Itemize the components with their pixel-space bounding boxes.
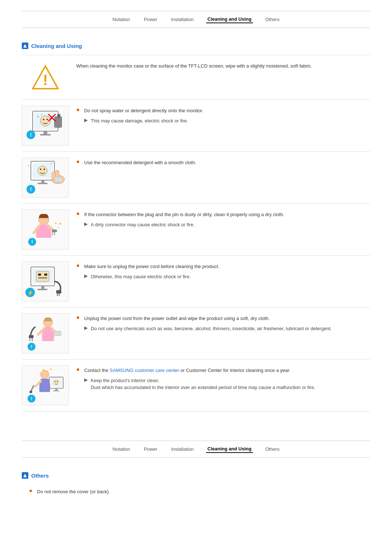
bullet-3: ●: [76, 210, 81, 217]
svg-text:✦: ✦: [49, 368, 52, 371]
item-2-row: ✦ ✦ ! ● Use the recommended detergent wi…: [22, 152, 370, 204]
arrow-4: ▶: [84, 273, 89, 279]
svg-text:!: !: [32, 239, 33, 244]
arrow-3: ▶: [84, 221, 89, 227]
section1-title: Cleaning and Using: [31, 43, 82, 49]
arrow-1: ▶: [84, 117, 89, 123]
nav-cleaning[interactable]: Cleaning and Using: [206, 16, 253, 23]
svg-marker-1: [24, 47, 26, 48]
others-main-1: ● Do not remove the cover (or back).: [29, 488, 370, 495]
svg-rect-12: [57, 114, 60, 118]
svg-rect-29: [41, 180, 44, 183]
item-5-sub-text: Do not use any chemicals such as wax, be…: [91, 325, 332, 332]
svg-point-26: [44, 169, 45, 170]
svg-rect-61: [29, 335, 34, 338]
item-5-sub: ▶ Do not use any chemicals such as wax, …: [84, 325, 370, 332]
bottom-nav-installation[interactable]: Installation: [170, 446, 195, 453]
svg-text:!: !: [43, 72, 48, 88]
bottom-nav-others[interactable]: Others: [264, 446, 281, 453]
samsung-link[interactable]: SAMSUNG customer care center: [110, 368, 179, 373]
svg-rect-10: [40, 134, 51, 135]
svg-text:✦: ✦: [54, 222, 57, 225]
item-3-illustration: ✦ ✦ ✦ !: [22, 210, 69, 250]
item-4-row: ⚡ ● Make sure to unplug the power cord b…: [22, 256, 370, 308]
bullet-6: ●: [76, 366, 81, 373]
svg-rect-79: [55, 388, 57, 390]
svg-text:✦: ✦: [50, 162, 53, 166]
svg-rect-34: [54, 177, 62, 182]
item-2-main-text: Use the recommended detergent with a smo…: [84, 159, 196, 166]
svg-point-7: [43, 119, 44, 120]
item-6-row: ✦ ✦ ✦ ! ● Contact the SAMSUNG customer c…: [22, 360, 370, 412]
item-4-main: ● Make sure to unplug the power cord bef…: [76, 263, 370, 270]
item-1-sub: ▶ This may cause damage, electric shock …: [84, 117, 370, 125]
svg-rect-50: [36, 271, 49, 281]
svg-rect-56: [56, 290, 61, 293]
item-1-main-text: Do not spray water or detergent directly…: [84, 107, 203, 114]
nav-installation[interactable]: Installation: [170, 16, 195, 23]
warning-text-block: When cleaning the monitor case or the su…: [76, 61, 370, 70]
svg-rect-33: [56, 170, 59, 178]
svg-text:✦: ✦: [27, 164, 30, 167]
nav-power[interactable]: Power: [143, 16, 159, 23]
bottom-nav-notation[interactable]: Notation: [111, 446, 131, 453]
item-3-text-block: ● If the connector between the plug and …: [76, 210, 370, 228]
svg-point-25: [40, 169, 41, 170]
warning-row: ! When cleaning the monitor case or the …: [22, 55, 370, 100]
item-6-sub: ▶ Keep the product's interior clean.Dust…: [84, 377, 370, 391]
warning-illustration: !: [22, 61, 69, 94]
svg-text:✦: ✦: [57, 226, 59, 229]
others-section: Others ● Do not remove the cover (or bac…: [0, 458, 392, 509]
section1-icon: [22, 42, 28, 49]
item-1-row: ! ● Do not spray water or detergent dire…: [22, 100, 370, 152]
item-4-sub: ▶ Otherwise, this may cause electric sho…: [84, 273, 370, 280]
svg-rect-73: [29, 391, 32, 393]
svg-text:⚡: ⚡: [27, 290, 34, 296]
svg-rect-80: [53, 390, 59, 392]
warning-text: When cleaning the monitor case or the su…: [76, 63, 312, 69]
nav-others[interactable]: Others: [264, 16, 281, 23]
item-5-row: ! ● Unplug the power cord from the power…: [22, 308, 370, 360]
item-1-main: ● Do not spray water or detergent direct…: [76, 107, 370, 114]
top-navigation: Notation Power Installation Cleaning and…: [22, 11, 370, 28]
svg-text:!: !: [31, 396, 32, 401]
arrow-6: ▶: [84, 377, 89, 382]
svg-rect-52: [44, 274, 47, 276]
item-6-text-block: ● Contact the SAMSUNG customer care cent…: [76, 365, 370, 391]
bottom-nav-cleaning[interactable]: Cleaning and Using: [206, 445, 253, 453]
svg-rect-53: [38, 277, 47, 279]
svg-rect-55: [37, 289, 48, 290]
svg-text:✦: ✦: [46, 370, 48, 373]
bottom-navigation-1: Notation Power Installation Cleaning and…: [22, 441, 370, 458]
item-3-sub-text: A dirty connector may cause electric sho…: [91, 221, 195, 228]
svg-marker-0: [23, 44, 27, 48]
section2-title: Others: [31, 473, 49, 479]
section1-heading: Cleaning and Using: [22, 42, 370, 49]
svg-line-72: [30, 385, 34, 392]
item-4-text-block: ● Make sure to unplug the power cord bef…: [76, 262, 370, 280]
svg-rect-30: [37, 183, 48, 184]
svg-point-77: [54, 381, 56, 382]
svg-marker-87: [24, 477, 26, 477]
svg-point-78: [57, 381, 58, 382]
item-1-illustration: !: [22, 106, 69, 146]
svg-text:!: !: [31, 344, 32, 349]
item-4-main-text: Make sure to unplug the power cord befor…: [84, 263, 219, 270]
section2-heading: Others: [22, 472, 370, 479]
bullet-4: ●: [76, 262, 81, 269]
item-3-main: ● If the connector between the plug and …: [76, 211, 370, 218]
svg-point-16: [37, 116, 39, 118]
svg-rect-51: [38, 274, 41, 276]
svg-text:✦: ✦: [42, 368, 45, 371]
item-4-sub-text: Otherwise, this may cause electric shock…: [91, 273, 191, 280]
item-5-main-text: Unplug the power cord from the power out…: [84, 315, 270, 322]
svg-text:✦: ✦: [58, 222, 62, 226]
bullet-2: ●: [76, 158, 81, 165]
item-6-sub-text: Keep the product's interior clean.Dust w…: [91, 377, 315, 391]
item-6-illustration: ✦ ✦ ✦ !: [22, 365, 69, 405]
others-bullet-1: ●: [29, 487, 34, 494]
nav-notation[interactable]: Notation: [111, 16, 131, 23]
item-1-sub-text: This may cause damage, electric shock or…: [91, 117, 188, 125]
item-4-illustration: ⚡: [22, 262, 69, 301]
bottom-nav-power[interactable]: Power: [143, 446, 159, 453]
